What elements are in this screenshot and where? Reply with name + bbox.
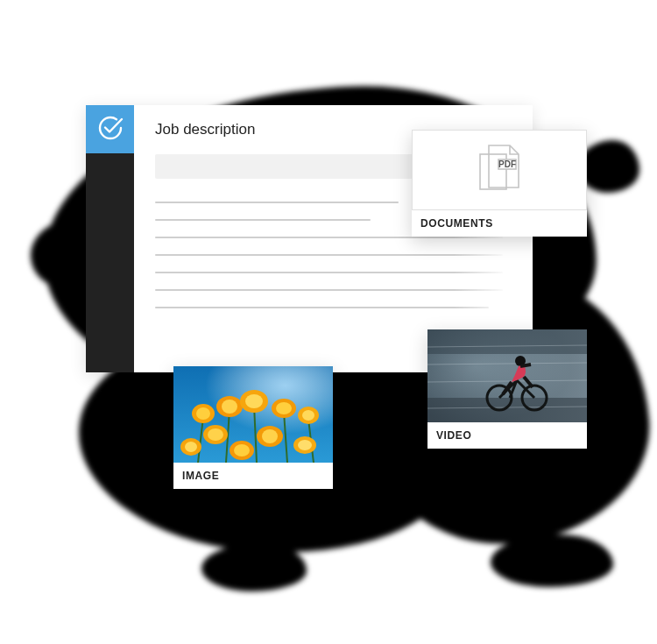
text-line <box>155 272 503 273</box>
svg-point-29 <box>302 410 314 421</box>
sidebar <box>86 105 134 372</box>
text-line <box>155 254 503 256</box>
video-tile-label: VIDEO <box>427 422 587 449</box>
video-thumbnail <box>427 329 587 422</box>
svg-point-39 <box>234 444 250 456</box>
documents-tile-label: DOCUMENTS <box>412 210 587 237</box>
svg-point-37 <box>185 442 197 452</box>
svg-point-21 <box>196 407 210 420</box>
video-tile[interactable]: VIDEO <box>427 329 587 449</box>
svg-point-27 <box>276 402 292 414</box>
image-tile[interactable]: IMAGE <box>173 366 333 489</box>
documents-thumbnail: PDF <box>412 130 587 210</box>
stage: Job description <box>0 0 657 644</box>
image-tile-label: IMAGE <box>173 463 333 489</box>
svg-point-25 <box>245 394 263 408</box>
text-line <box>155 219 371 221</box>
svg-point-31 <box>208 428 223 441</box>
checkmark-circle-icon <box>96 114 124 145</box>
svg-point-33 <box>262 429 278 443</box>
pdf-file-icon: PDF <box>473 140 526 200</box>
text-line <box>155 307 489 308</box>
text-line <box>155 289 503 291</box>
image-thumbnail <box>173 366 333 463</box>
svg-rect-4 <box>427 329 587 354</box>
pdf-label: PDF <box>498 159 516 169</box>
svg-point-35 <box>298 440 312 450</box>
app-logo-tile[interactable] <box>86 105 134 153</box>
documents-tile[interactable]: PDF DOCUMENTS <box>412 130 587 237</box>
text-line <box>155 237 503 238</box>
svg-point-23 <box>222 400 237 414</box>
text-line <box>155 202 399 203</box>
svg-rect-5 <box>427 398 587 422</box>
